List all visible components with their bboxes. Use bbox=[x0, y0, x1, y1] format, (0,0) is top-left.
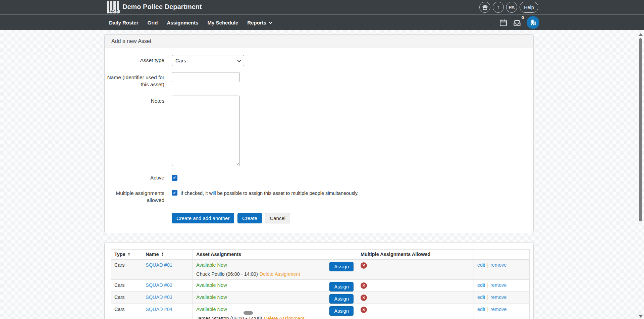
not-allowed-icon: ✕ bbox=[361, 307, 367, 313]
cell-type: Cars bbox=[111, 304, 142, 319]
add-asset-panel: Add a new Asset Asset type Cars Name (Id… bbox=[104, 34, 534, 233]
calendar-button[interactable] bbox=[499, 18, 507, 27]
inbox-button[interactable]: 0 bbox=[513, 18, 522, 27]
assignment-text: Chuck Petillo (06:00 - 14:00) bbox=[196, 271, 258, 277]
column-header-actions bbox=[474, 250, 530, 260]
gift-icon bbox=[482, 4, 488, 10]
delete-assignment-link[interactable]: Delete Assignment bbox=[260, 271, 300, 277]
edit-link[interactable]: edit bbox=[477, 262, 485, 268]
nav-daily-roster[interactable]: Daily Roster bbox=[109, 20, 139, 25]
up-arrow-icon: ↑ bbox=[497, 4, 500, 11]
not-allowed-icon: ✕ bbox=[361, 262, 367, 269]
user-avatar[interactable]: PA bbox=[506, 2, 517, 13]
remove-link[interactable]: remove bbox=[490, 282, 506, 288]
inbox-icon bbox=[513, 18, 522, 27]
vertical-scrollbar-thumb[interactable] bbox=[639, 38, 642, 221]
status-available: Available Now bbox=[196, 282, 320, 288]
header-divider bbox=[0, 14, 644, 15]
assets-table: Type ▲▼ Name ▲▼ Asset Assignments Multip… bbox=[111, 249, 530, 319]
edit-link[interactable]: edit bbox=[477, 307, 485, 312]
organization-button[interactable] bbox=[527, 16, 539, 29]
table-row: Cars SQUAD #02 Available Now Assign ✕ ed… bbox=[111, 280, 530, 292]
multiple-assignments-checkbox[interactable] bbox=[172, 190, 177, 196]
remove-link[interactable]: remove bbox=[490, 295, 506, 300]
column-header-assignments: Asset Assignments bbox=[193, 250, 357, 260]
asset-type-select[interactable]: Cars bbox=[172, 55, 244, 66]
nav-assignments[interactable]: Assignments bbox=[167, 20, 198, 25]
table-row: Cars SQUAD #01 Available Now Chuck Petil… bbox=[111, 260, 530, 280]
cell-type: Cars bbox=[111, 260, 142, 280]
asset-link[interactable]: SQUAD #04 bbox=[146, 307, 172, 312]
active-label: Active bbox=[105, 174, 164, 181]
nav-icon-group: 0 bbox=[499, 15, 539, 30]
table-row: Cars SQUAD #04 Available Now James Strat… bbox=[111, 304, 530, 319]
sort-icon: ▲▼ bbox=[128, 252, 130, 257]
main-nav: Daily Roster Grid Assignments My Schedul… bbox=[109, 15, 271, 30]
building-icon bbox=[529, 19, 537, 26]
remove-link[interactable]: remove bbox=[490, 307, 506, 312]
multiple-assignments-label: Multiple assignments allowed bbox=[105, 190, 164, 204]
edit-link[interactable]: edit bbox=[477, 295, 485, 300]
asset-link[interactable]: SQUAD #03 bbox=[146, 295, 172, 300]
edit-link[interactable]: edit bbox=[477, 282, 485, 288]
nav-my-schedule[interactable]: My Schedule bbox=[208, 20, 238, 25]
cancel-button[interactable]: Cancel bbox=[265, 213, 290, 223]
notes-textarea[interactable] bbox=[172, 96, 240, 166]
scrollbar-arrow-up[interactable] bbox=[638, 33, 643, 36]
asset-link[interactable]: SQUAD #01 bbox=[146, 262, 172, 268]
inbox-badge: 0 bbox=[522, 15, 524, 20]
asset-type-label: Asset type bbox=[105, 57, 164, 64]
asset-name-label: Name (Identifier used for this asset) bbox=[105, 72, 164, 88]
assets-table-panel: Type ▲▼ Name ▲▼ Asset Assignments Multip… bbox=[104, 242, 534, 319]
link-separator: | bbox=[487, 295, 488, 300]
delete-assignment-link[interactable]: Delete Assignment bbox=[264, 316, 305, 319]
active-checkbox[interactable] bbox=[172, 175, 177, 181]
asset-name-input[interactable] bbox=[172, 72, 240, 82]
help-label: Help bbox=[524, 5, 534, 10]
cell-type: Cars bbox=[111, 280, 142, 292]
page-title: Demo Police Department bbox=[122, 3, 202, 11]
asset-link[interactable]: SQUAD #02 bbox=[146, 282, 172, 288]
calendar-icon bbox=[499, 18, 507, 27]
create-and-add-another-button[interactable]: Create and add another bbox=[172, 213, 234, 223]
remove-link[interactable]: remove bbox=[490, 262, 506, 268]
scrollbar-arrow-down[interactable] bbox=[638, 315, 643, 318]
nav-reports[interactable]: Reports bbox=[247, 20, 271, 25]
table-row: Cars SQUAD #03 Available Now Assign ✕ ed… bbox=[111, 292, 530, 304]
assign-button[interactable]: Assign bbox=[329, 294, 354, 304]
not-allowed-icon: ✕ bbox=[361, 295, 367, 301]
assignment-text: James Stratton (06:00 - 14:00) bbox=[196, 316, 262, 319]
multiple-assignments-help: If checked, it will be possible to assig… bbox=[180, 190, 359, 196]
nav-grid[interactable]: Grid bbox=[148, 20, 158, 25]
chevron-down-icon bbox=[269, 20, 272, 24]
sort-icon: ▲▼ bbox=[161, 252, 164, 257]
status-available: Available Now bbox=[196, 307, 320, 312]
app-header: PACE Demo Police Department ↑ PA Help Da… bbox=[0, 0, 644, 30]
help-button[interactable]: Help bbox=[520, 2, 538, 13]
column-header-name[interactable]: Name ▲▼ bbox=[142, 250, 193, 260]
status-available: Available Now bbox=[196, 295, 320, 300]
assign-button[interactable]: Assign bbox=[329, 306, 354, 316]
cell-type: Cars bbox=[111, 292, 142, 304]
scroll-top-button[interactable]: ↑ bbox=[493, 2, 504, 13]
notes-label: Notes bbox=[105, 96, 164, 105]
assign-button[interactable]: Assign bbox=[329, 282, 354, 291]
column-header-multiple: Multiple Assignments Allowed bbox=[357, 250, 474, 260]
horizontal-scrollbar-thumb[interactable] bbox=[244, 311, 253, 315]
not-allowed-icon: ✕ bbox=[361, 282, 367, 289]
pace-logo-text: PACE bbox=[107, 10, 120, 13]
table-header-row: Type ▲▼ Name ▲▼ Asset Assignments Multip… bbox=[111, 250, 530, 260]
pace-logo[interactable]: PACE bbox=[107, 1, 120, 13]
link-separator: | bbox=[487, 307, 488, 312]
create-button[interactable]: Create bbox=[237, 213, 262, 223]
gift-button[interactable] bbox=[479, 2, 490, 13]
header-actions: ↑ PA Help bbox=[479, 2, 538, 13]
column-header-type[interactable]: Type ▲▼ bbox=[111, 250, 142, 260]
status-available: Available Now bbox=[196, 262, 320, 268]
link-separator: | bbox=[487, 262, 488, 268]
link-separator: | bbox=[487, 282, 488, 288]
assign-button[interactable]: Assign bbox=[329, 262, 354, 271]
panel-title: Add a new Asset bbox=[105, 35, 533, 48]
user-initials: PA bbox=[508, 5, 515, 10]
